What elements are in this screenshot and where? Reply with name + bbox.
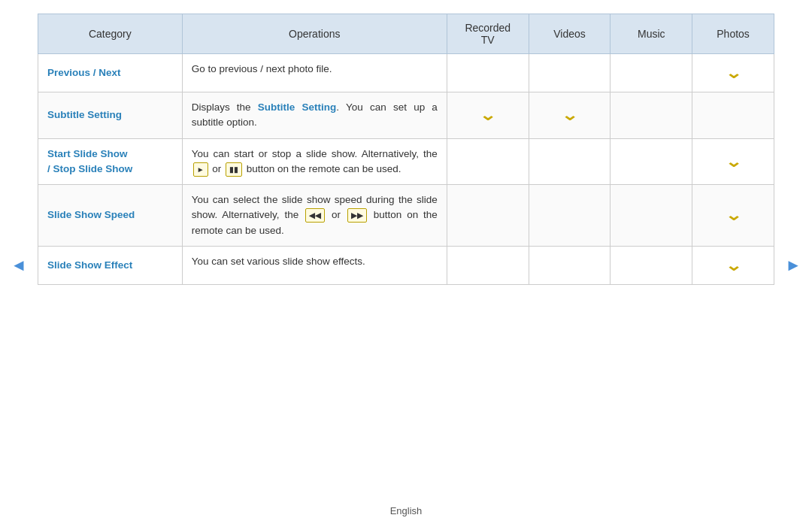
vid-slideshow-speed: [529, 185, 611, 247]
play-button-icon: ►: [193, 162, 208, 177]
table-row: Subtitle Setting Displays the Subtitle S…: [38, 92, 774, 139]
pho-slideshow-speed: ⌄: [692, 185, 774, 247]
table-row: Slide Show Speed You can select the slid…: [38, 185, 774, 247]
category-slideshow-effect: Slide Show Effect: [38, 246, 183, 284]
fast-forward-button-icon: ▶▶: [347, 208, 367, 223]
pause-button-icon: ▮▮: [226, 162, 242, 177]
table-row: Start Slide Show/ Stop Slide Show You ca…: [38, 138, 774, 185]
vid-subtitle-setting: ⌄: [529, 92, 611, 139]
rewind-button-icon: ◀◀: [305, 208, 325, 223]
ops-subtitle-setting: Displays the Subtitle Setting. You can s…: [182, 92, 447, 139]
vid-start-stop-slideshow: [529, 138, 611, 185]
pho-slideshow-effect: ⌄: [692, 246, 774, 284]
header-videos: Videos: [529, 14, 611, 54]
mus-previous-next: [611, 54, 692, 92]
rtv-previous-next: [447, 54, 529, 92]
header-operations: Operations: [182, 14, 447, 54]
rtv-start-stop-slideshow: [447, 138, 529, 185]
mus-slideshow-effect: [611, 246, 692, 284]
operations-table: Category Operations RecordedTV Videos Mu…: [38, 14, 774, 285]
ops-previous-next: Go to previous / next photo file.: [182, 54, 447, 92]
mus-slideshow-speed: [611, 185, 692, 247]
table-row: Slide Show Effect You can set various sl…: [38, 246, 774, 284]
checkmark-icon: ⌄: [724, 254, 742, 277]
page-wrapper: ◄ ► Category Operations RecordedTV Video…: [0, 0, 812, 530]
pho-previous-next: ⌄: [692, 54, 774, 92]
checkmark-icon: ⌄: [724, 62, 742, 84]
table-row: Previous / Next Go to previous / next ph…: [38, 54, 774, 92]
ops-start-stop-slideshow: You can start or stop a slide show. Alte…: [182, 138, 447, 185]
ops-slideshow-effect: You can set various slide show effects.: [182, 246, 447, 284]
checkmark-icon: ⌄: [724, 204, 742, 226]
checkmark-icon: ⌄: [479, 104, 497, 126]
vid-previous-next: [529, 54, 611, 92]
header-music: Music: [611, 14, 692, 54]
category-previous-next: Previous / Next: [38, 54, 183, 92]
category-start-stop-slideshow: Start Slide Show/ Stop Slide Show: [38, 138, 183, 185]
nav-arrow-right[interactable]: ►: [785, 256, 801, 275]
pho-subtitle-setting: [692, 92, 774, 139]
ops-slideshow-speed: You can select the slide show speed duri…: [182, 185, 447, 247]
rtv-slideshow-speed: [447, 185, 529, 247]
category-slideshow-speed: Slide Show Speed: [38, 185, 183, 247]
mus-start-stop-slideshow: [611, 138, 692, 185]
rtv-subtitle-setting: ⌄: [447, 92, 529, 139]
vid-slideshow-effect: [529, 246, 611, 284]
nav-arrow-left[interactable]: ◄: [11, 256, 27, 275]
footer-text: English: [390, 505, 423, 516]
header-recorded-tv: RecordedTV: [447, 14, 529, 54]
checkmark-icon: ⌄: [561, 104, 579, 126]
pho-start-stop-slideshow: ⌄: [692, 138, 774, 185]
header-photos: Photos: [692, 14, 774, 54]
header-category: Category: [38, 14, 183, 54]
category-subtitle-setting: Subtitle Setting: [38, 92, 183, 139]
rtv-slideshow-effect: [447, 246, 529, 284]
checkmark-icon: ⌄: [724, 150, 742, 173]
mus-subtitle-setting: [611, 92, 692, 139]
